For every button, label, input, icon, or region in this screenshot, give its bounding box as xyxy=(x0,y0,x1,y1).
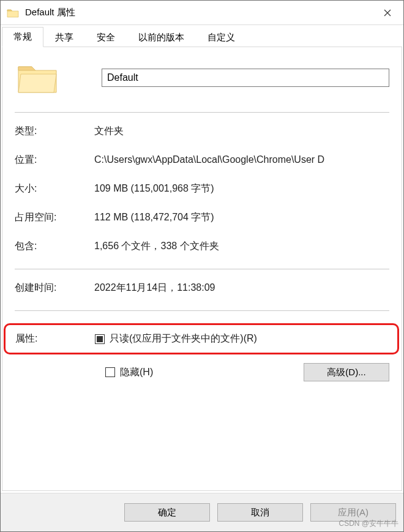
contains-label: 包含: xyxy=(15,240,94,253)
row-location: 位置: C:\Users\gwx\AppData\Local\Google\Ch… xyxy=(15,154,389,167)
size-value: 109 MB (115,001,968 字节) xyxy=(94,182,389,195)
folder-name-input[interactable] xyxy=(102,69,389,87)
cancel-button[interactable]: 取消 xyxy=(217,503,303,522)
tab-customize[interactable]: 自定义 xyxy=(196,28,247,47)
tab-previous-versions[interactable]: 以前的版本 xyxy=(127,28,196,47)
tab-strip: 常规 共享 安全 以前的版本 自定义 xyxy=(1,25,403,47)
created-label: 创建时间: xyxy=(15,282,94,294)
location-label: 位置: xyxy=(15,154,94,167)
row-size-on-disk: 占用空间: 112 MB (118,472,704 字节) xyxy=(15,211,389,224)
attributes-highlight: 属性: 只读(仅应用于文件夹中的文件)(R) xyxy=(4,323,399,354)
attributes-label: 属性: xyxy=(15,332,95,345)
contains-value: 1,656 个文件，338 个文件夹 xyxy=(94,240,389,253)
window-title: Default 属性 xyxy=(25,7,75,18)
advanced-button[interactable]: 高级(D)... xyxy=(304,363,389,381)
dialog-button-bar: 确定 取消 应用(A) xyxy=(1,493,403,531)
properties-dialog: Default 属性 常规 共享 安全 以前的版本 自定义 xyxy=(0,0,404,532)
folder-icon xyxy=(7,8,19,18)
type-label: 类型: xyxy=(15,125,94,138)
apply-button[interactable]: 应用(A) xyxy=(310,503,396,522)
tab-security[interactable]: 安全 xyxy=(85,28,127,47)
tab-general[interactable]: 常规 xyxy=(2,27,43,47)
size-on-disk-label: 占用空间: xyxy=(15,211,94,224)
tab-panel: 类型: 文件夹 位置: C:\Users\gwx\AppData\Local\G… xyxy=(2,47,402,491)
location-value: C:\Users\gwx\AppData\Local\Google\Chrome… xyxy=(94,154,389,165)
type-value: 文件夹 xyxy=(94,125,389,138)
readonly-label[interactable]: 只读(仅应用于文件夹中的文件)(R) xyxy=(110,332,257,345)
row-contains: 包含: 1,656 个文件，338 个文件夹 xyxy=(15,240,389,253)
row-created: 创建时间: 2022年11月14日，11:38:09 xyxy=(15,282,389,294)
readonly-checkbox[interactable] xyxy=(95,334,105,344)
hidden-checkbox[interactable] xyxy=(105,367,115,377)
separator xyxy=(15,112,389,113)
row-type: 类型: 文件夹 xyxy=(15,125,389,138)
ok-button[interactable]: 确定 xyxy=(124,503,210,522)
titlebar: Default 属性 xyxy=(1,1,403,25)
created-value: 2022年11月14日，11:38:09 xyxy=(94,282,389,294)
row-attributes: 属性: 只读(仅应用于文件夹中的文件)(R) xyxy=(15,332,387,345)
size-label: 大小: xyxy=(15,182,94,195)
close-button[interactable] xyxy=(372,1,403,24)
row-hidden: 隐藏(H) 高级(D)... xyxy=(17,363,389,381)
header-row xyxy=(15,61,389,95)
separator xyxy=(15,269,389,269)
separator xyxy=(15,310,389,311)
hidden-label[interactable]: 隐藏(H) xyxy=(120,366,153,379)
tab-share[interactable]: 共享 xyxy=(43,28,85,47)
folder-large-icon xyxy=(17,61,58,95)
row-size: 大小: 109 MB (115,001,968 字节) xyxy=(15,182,389,195)
size-on-disk-value: 112 MB (118,472,704 字节) xyxy=(94,211,389,224)
close-icon xyxy=(384,9,391,17)
